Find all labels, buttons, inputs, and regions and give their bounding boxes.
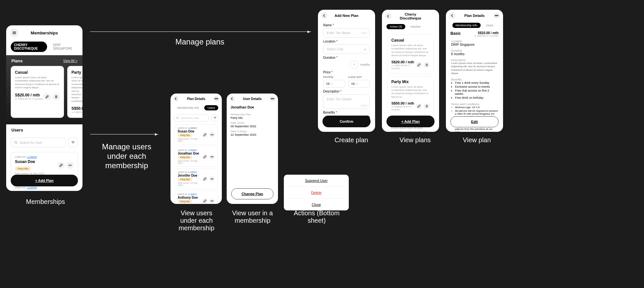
tab-membership-info[interactable]: Membership Info	[174, 105, 202, 110]
svg-point-9	[212, 134, 212, 135]
svg-point-12	[212, 157, 212, 157]
plan-details-users-screen: Plan Details Membership Info Users Searc…	[170, 94, 222, 204]
back-icon[interactable]	[229, 96, 235, 102]
plan-card[interactable]: CasualLorem ipsum dolor sit amet, consec…	[387, 34, 434, 73]
filter-icon[interactable]	[211, 114, 219, 121]
duration-input[interactable]: 0	[350, 61, 358, 69]
svg-point-11	[211, 157, 211, 157]
pencil-icon[interactable]	[202, 198, 208, 204]
add-plan-button[interactable]: + Add Plan	[11, 175, 78, 186]
svg-point-10	[213, 134, 213, 135]
trash-icon[interactable]	[424, 103, 430, 109]
more-icon[interactable]	[209, 132, 215, 137]
confirm-button[interactable]: Confirm	[322, 116, 371, 127]
menu-icon[interactable]	[10, 29, 19, 37]
tab-cherry[interactable]: CHERRY DISCOTHEQUE	[11, 42, 47, 52]
lump-input[interactable]: S$0	[348, 80, 370, 88]
user-id-link[interactable]: U-00003	[188, 171, 197, 173]
back-icon[interactable]	[449, 12, 456, 19]
more-icon[interactable]	[67, 162, 74, 169]
pencil-icon[interactable]	[57, 162, 65, 169]
more-icon[interactable]	[213, 96, 219, 102]
view-all-link[interactable]: View All >	[63, 59, 77, 63]
change-plan-button[interactable]: Change Plan	[231, 188, 273, 199]
pencil-icon[interactable]	[44, 93, 51, 100]
more-icon[interactable]	[209, 198, 215, 204]
caption-actions: Actions (Bottom sheet)	[292, 209, 341, 224]
flow-manage-plans: Manage plans	[175, 37, 224, 46]
back-icon[interactable]	[321, 12, 328, 19]
user-id-link[interactable]: U-00002	[188, 193, 197, 195]
tab-users[interactable]: Users	[204, 105, 219, 110]
view-plan-screen: Plan Details Membership Info Users Basic…	[446, 10, 503, 132]
user-list-item[interactable]: USER ID: U-00004Jonathan DoeParty MixDat…	[174, 146, 218, 167]
svg-point-3	[71, 165, 71, 166]
user-id-link[interactable]: U-00004	[188, 149, 197, 151]
search-input[interactable]: Search for User	[174, 114, 209, 121]
add-plan-button[interactable]: + Add Plan	[386, 116, 435, 127]
svg-point-19	[213, 201, 213, 201]
trash-icon[interactable]	[424, 62, 430, 68]
users-header: Users	[11, 128, 23, 132]
user-list-item[interactable]: USER ID: U-00002Anthony DoeParty MixDate…	[174, 191, 218, 204]
pencil-icon[interactable]	[202, 154, 208, 159]
search-input[interactable]: Search for User	[11, 138, 66, 147]
svg-point-8	[211, 134, 211, 135]
user-name: Jonathan Doe	[227, 104, 278, 110]
plan-card[interactable]: Party Mi Lorem ipsum dolor sit amet, con…	[67, 66, 82, 118]
user-id-link[interactable]: U-00003	[188, 127, 197, 129]
svg-point-20	[271, 98, 271, 99]
caption-memberships: Memberships	[26, 198, 65, 206]
svg-point-18	[212, 201, 212, 201]
pencil-icon[interactable]	[202, 176, 208, 182]
caption-view-user: View user in a membership	[226, 209, 279, 224]
user-id-link[interactable]: U-00004	[27, 186, 37, 189]
name-input[interactable]: Enter Tier Name0/20	[323, 28, 370, 38]
svg-point-0	[15, 141, 17, 143]
more-icon[interactable]	[209, 176, 215, 182]
svg-point-22	[273, 98, 274, 99]
svg-point-15	[212, 179, 212, 179]
tab-active[interactable]: Active (3)	[386, 24, 405, 29]
plan-name: Basic	[450, 31, 461, 36]
page-title: Cherry Discotheque	[394, 12, 427, 20]
svg-point-13	[213, 157, 213, 157]
tab-drip[interactable]: DRIP SINGAPORE	[50, 42, 78, 52]
caption-view-plan: View plan	[463, 136, 491, 144]
tab-inactive[interactable]: Inactive	[407, 24, 424, 29]
back-icon[interactable]	[173, 96, 179, 102]
action-sheet: Suspend User Delete Close	[284, 175, 349, 210]
svg-point-14	[211, 179, 211, 179]
tab-membership-info[interactable]: Membership Info	[452, 23, 481, 28]
view-plans-screen: Cherry Discotheque Active (3) Inactive C…	[382, 10, 439, 132]
close-action[interactable]: Close	[284, 199, 349, 210]
suspend-action[interactable]: Suspend User	[284, 175, 349, 187]
back-icon[interactable]	[385, 13, 392, 19]
pencil-icon[interactable]	[416, 62, 422, 68]
user-list-item[interactable]: USER ID: U-00003Jennifer DoeParty MixDat…	[174, 169, 218, 189]
plan-badge: Party Mix	[15, 167, 31, 171]
svg-point-5	[216, 98, 217, 99]
svg-point-21	[272, 98, 273, 99]
plan-card[interactable]: Party MixLorem ipsum dolor sit amet, con…	[387, 76, 434, 115]
plan-card[interactable]: Casual Lorem ipsum dolor sit amet, conse…	[11, 66, 64, 118]
user-id-link[interactable]: U-00005	[27, 156, 37, 158]
pencil-icon[interactable]	[416, 103, 422, 109]
chevron-down-icon	[364, 48, 366, 51]
svg-point-6	[217, 98, 218, 99]
monthly-input[interactable]: S$0	[323, 80, 345, 88]
svg-point-25	[498, 15, 498, 16]
user-list-item[interactable]: USER ID: U-00003Susan DoeParty MixDate j…	[174, 124, 218, 145]
more-icon[interactable]	[270, 96, 275, 102]
pencil-icon[interactable]	[202, 132, 208, 137]
filter-icon[interactable]	[68, 138, 78, 147]
edit-button[interactable]: Edit	[450, 116, 499, 127]
more-icon[interactable]	[493, 12, 500, 19]
delete-action[interactable]: Delete	[284, 187, 349, 199]
location-select[interactable]: Select Club	[323, 44, 370, 54]
trash-icon[interactable]	[53, 93, 60, 100]
tab-users[interactable]: Users	[483, 23, 497, 28]
description-input[interactable]: Enter Tier Details0/200	[323, 94, 370, 109]
caption-view-plans: View plans	[399, 136, 431, 144]
more-icon[interactable]	[209, 154, 215, 159]
